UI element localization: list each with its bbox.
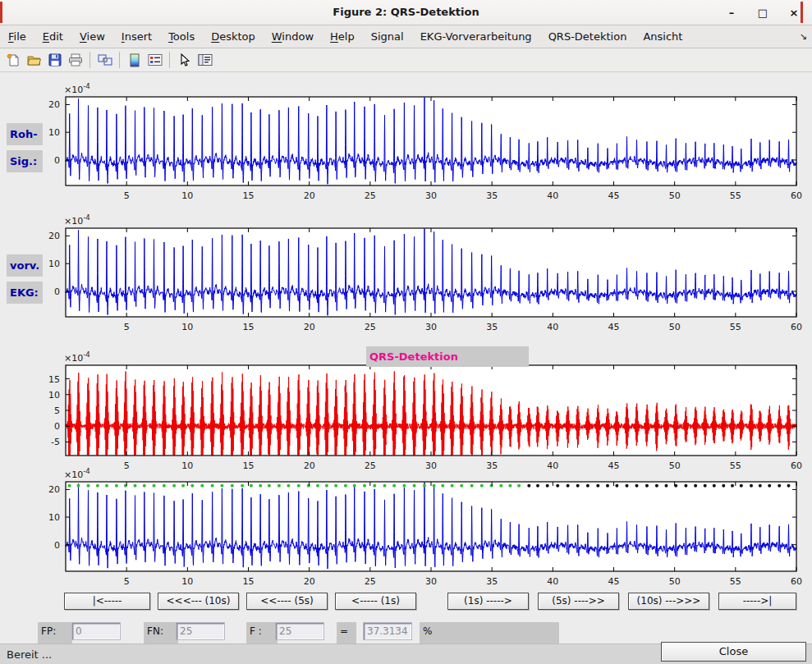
menu-item-help[interactable]: Help — [322, 25, 363, 48]
svg-text:60: 60 — [791, 190, 802, 201]
detected-beat-marker — [220, 484, 223, 488]
menu-item-window[interactable]: Window — [264, 25, 322, 48]
menu-item-view[interactable]: View — [71, 25, 113, 48]
equals-label: = — [337, 622, 356, 643]
new-file-icon[interactable] — [3, 50, 24, 70]
svg-text:15: 15 — [243, 576, 255, 587]
titlebar[interactable]: Figure 2: QRS-Detektion – □ × — [0, 0, 812, 25]
menu-overflow-icon[interactable]: ↘ — [800, 25, 807, 48]
detected-beat-marker — [77, 484, 80, 488]
nav-fwd-10s-button[interactable]: (10s) --->>> — [628, 593, 709, 610]
missed-beat-marker — [768, 484, 771, 488]
nav-fwd-1s-button[interactable]: (1s) -----> — [447, 593, 529, 610]
toolbar-separator — [169, 52, 170, 68]
detected-beat-marker — [334, 484, 337, 488]
detected-beat-marker — [383, 484, 387, 488]
svg-text:50: 50 — [669, 322, 681, 332]
svg-text:25: 25 — [365, 460, 376, 471]
missed-beat-marker — [635, 484, 639, 488]
minimize-icon[interactable]: – — [725, 6, 738, 19]
detected-beat-marker — [423, 484, 426, 488]
svg-text:10: 10 — [48, 259, 60, 269]
open-file-icon[interactable] — [24, 50, 44, 70]
detected-beat-marker — [153, 484, 156, 488]
nav-back-1s-button[interactable]: <----- (1s) — [335, 593, 416, 610]
menubar-items: FileEditViewInsertToolsDesktopWindowHelp… — [0, 25, 690, 48]
svg-text:40: 40 — [547, 190, 558, 201]
detected-beat-marker — [68, 484, 71, 488]
svg-text:20: 20 — [304, 576, 315, 587]
detected-beat-marker — [96, 484, 99, 488]
svg-text:15: 15 — [243, 190, 255, 201]
nav-back-10s-button[interactable]: <<<--- (10s) — [158, 593, 239, 610]
save-icon[interactable] — [44, 50, 65, 70]
svg-text:30: 30 — [425, 576, 437, 587]
missed-beat-marker — [556, 484, 559, 488]
svg-text:10: 10 — [48, 390, 60, 401]
status-text: Bereit ... — [7, 644, 52, 664]
missed-beat-marker — [750, 484, 753, 488]
missed-beat-marker — [684, 484, 687, 488]
missed-beat-marker — [778, 484, 781, 488]
print-icon[interactable] — [65, 50, 85, 70]
menu-item-qrs-detektion[interactable]: QRS-Detektion — [540, 25, 635, 48]
pointer-icon[interactable] — [174, 50, 195, 70]
detected-beat-marker — [344, 484, 347, 488]
svg-text:60: 60 — [791, 322, 802, 332]
svg-text:10: 10 — [181, 190, 193, 201]
missed-beat-marker — [606, 484, 609, 488]
nav-back-5s-button[interactable]: <<---- (5s) — [246, 593, 328, 610]
svg-text:15: 15 — [48, 374, 60, 385]
nav-end-button[interactable]: ----->| — [718, 593, 796, 610]
fn-label: FN: — [144, 622, 178, 643]
close-icon[interactable]: × — [787, 6, 801, 19]
svg-text:30: 30 — [425, 190, 437, 201]
svg-text:35: 35 — [486, 576, 498, 587]
fn-input[interactable] — [177, 623, 224, 639]
detected-beat-marker — [499, 484, 502, 488]
menu-item-ansicht[interactable]: Ansicht — [635, 25, 690, 48]
svg-text:5: 5 — [124, 322, 130, 332]
svg-text:40: 40 — [547, 576, 558, 587]
menu-item-tools[interactable]: Tools — [160, 25, 203, 48]
detected-beat-marker — [363, 484, 366, 488]
svg-text:35: 35 — [486, 190, 498, 201]
insert-legend-icon[interactable] — [145, 50, 165, 70]
menu-item-file[interactable]: File — [0, 25, 34, 48]
svg-text:20: 20 — [48, 484, 60, 495]
link-plots-icon[interactable] — [94, 50, 115, 70]
svg-text:20: 20 — [304, 460, 315, 471]
svg-text:×10-4: ×10-4 — [64, 213, 90, 227]
result-input[interactable] — [364, 623, 411, 639]
svg-text:10: 10 — [181, 322, 193, 332]
menu-item-desktop[interactable]: Desktop — [203, 25, 264, 48]
close-button[interactable]: Close — [661, 642, 806, 662]
menu-item-edit[interactable]: Edit — [34, 25, 71, 48]
fp-input[interactable] — [72, 623, 120, 639]
plot-browser-icon[interactable] — [195, 50, 215, 70]
nav-begin-button[interactable]: |<----- — [64, 593, 150, 610]
missed-beat-marker — [740, 484, 743, 488]
percent-label: % — [420, 622, 559, 643]
missed-beat-marker — [567, 484, 570, 488]
nav-fwd-5s-button[interactable]: (5s) ---->> — [538, 593, 619, 610]
detected-beat-marker — [134, 484, 137, 488]
insert-colorbar-icon[interactable] — [124, 50, 145, 70]
maximize-icon[interactable]: □ — [756, 6, 769, 19]
menu-item-insert[interactable]: Insert — [113, 25, 160, 48]
menu-item-ekg-vorverarbeitung[interactable]: EKG-Vorverarbeitung — [412, 25, 540, 48]
missed-beat-marker — [694, 484, 697, 488]
detected-beat-marker — [259, 484, 262, 488]
detected-beat-marker — [250, 484, 253, 488]
menu-item-signal[interactable]: Signal — [363, 25, 412, 48]
svg-text:30: 30 — [425, 460, 437, 471]
detected-beat-marker — [172, 484, 176, 488]
f-input[interactable] — [276, 623, 323, 639]
detected-beat-marker — [278, 484, 281, 488]
svg-text:55: 55 — [730, 460, 741, 471]
label-ekg: EKG: — [7, 282, 43, 304]
svg-text:55: 55 — [730, 190, 741, 201]
svg-text:10: 10 — [48, 127, 60, 138]
svg-text:10: 10 — [181, 460, 193, 471]
missed-beat-marker — [626, 484, 629, 488]
